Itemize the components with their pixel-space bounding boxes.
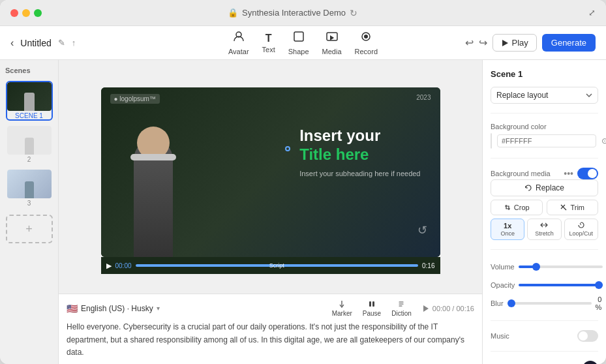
crop-button[interactable]: Crop (491, 200, 543, 215)
video-subtitle: Insert your subheading here if needed (299, 170, 420, 177)
stretch-button[interactable]: Stretch (527, 219, 561, 240)
music-label: Music (491, 332, 509, 340)
video-text: Insert your Title here Insert your subhe… (299, 127, 420, 177)
redo-button[interactable]: ↪ (479, 37, 487, 49)
scene-3-label: 3 (7, 200, 52, 207)
scene-1-thumb[interactable]: SCENE 1 (6, 81, 53, 121)
blur-label: Blur (491, 299, 504, 307)
scene-3-thumb[interactable]: 3 (6, 168, 53, 208)
layout-section: Replace layout (491, 87, 598, 104)
lock-icon: 🔒 (228, 8, 238, 18)
record-icon (359, 30, 372, 46)
loopcut-sublabel: Loop/Cut (569, 230, 594, 237)
blur-slider[interactable] (508, 302, 592, 305)
center-panel: ● logolpsum™ 2023 Insert your Title here (59, 60, 482, 364)
media-more-icon[interactable]: ••• (564, 168, 573, 179)
language-label: English (US) · Husky (81, 304, 153, 313)
music-toggle-knob (579, 331, 588, 341)
scene-2-thumb[interactable]: 2 (6, 125, 53, 164)
refresh-icon[interactable]: ↻ (350, 8, 357, 18)
selection-dot (285, 146, 290, 151)
add-scene-button[interactable]: + (6, 215, 53, 243)
language-select[interactable]: 🇺🇸 English (US) · Husky ▾ (67, 303, 160, 314)
scene-transition-row: Scene transition ? (491, 361, 598, 364)
scene-1-label: SCENE 1 (7, 112, 52, 119)
volume-slider[interactable] (519, 265, 603, 268)
scene-1-preview (7, 82, 52, 111)
help-button[interactable]: ? (583, 361, 598, 364)
loopcut-icon (577, 222, 585, 230)
loopcut-button[interactable]: Loop/Cut (564, 219, 598, 240)
script-time: 00:00 / 00:16 (422, 305, 474, 312)
trim-button[interactable]: Trim (547, 200, 599, 215)
close-button[interactable] (10, 9, 18, 17)
diction-button[interactable]: Diction (391, 299, 412, 317)
svg-marker-5 (502, 40, 508, 46)
music-toggle[interactable] (577, 330, 598, 342)
play-button[interactable]: Play (492, 34, 537, 52)
window-controls (10, 9, 42, 17)
video-area: ● logolpsum™ 2023 Insert your Title here (59, 60, 482, 294)
eyedropper-icon[interactable]: ⊙ (601, 136, 606, 145)
back-button[interactable]: ‹ (10, 37, 14, 49)
video-frame: ● logolpsum™ 2023 Insert your Title here (101, 87, 440, 257)
flag-icon: 🇺🇸 (67, 303, 78, 314)
chevron-down-icon: ▾ (157, 305, 160, 312)
text-label: Text (262, 46, 275, 53)
divider-3 (491, 249, 598, 250)
once-button[interactable]: 1x Once (491, 219, 524, 240)
video-year: 2023 (416, 94, 431, 101)
volume-label: Volume (491, 263, 515, 271)
time-left: 00:00 (115, 262, 132, 269)
avatar-icon (232, 30, 245, 46)
script-controls: 🇺🇸 English (US) · Husky ▾ Marker Pause (67, 299, 474, 317)
trim-label: Trim (570, 204, 584, 211)
script-text[interactable]: Hello everyone. Cybersecurity is a cruci… (67, 321, 474, 359)
toolbar-right: ↩ ↪ Play Generate (449, 34, 596, 52)
bg-color-section: Background color ⊙ (491, 123, 598, 149)
pause-button[interactable]: Pause (363, 299, 381, 317)
scene-title: Scene 1 (491, 69, 598, 79)
minimize-button[interactable] (22, 9, 30, 17)
color-swatch[interactable] (491, 133, 492, 149)
blur-value: 0 % (596, 296, 602, 311)
edit-title-icon[interactable]: ✎ (58, 38, 65, 48)
right-panel: Scene 1 Replace layout Background color … (482, 60, 606, 364)
replace-label: Replace (536, 183, 564, 192)
progress-bar[interactable]: Script (136, 264, 419, 267)
script-area: 🇺🇸 English (US) · Husky ▾ Marker Pause (59, 294, 482, 364)
play-small-icon[interactable]: ▶ (106, 262, 112, 270)
toolbar-avatar[interactable]: Avatar (228, 30, 249, 55)
generate-button[interactable]: Generate (542, 34, 596, 52)
svg-rect-7 (372, 301, 374, 307)
toolbar-media[interactable]: Media (322, 30, 342, 55)
undo-button[interactable]: ↩ (465, 37, 474, 49)
toolbar-record[interactable]: Record (355, 30, 378, 55)
titlebar: 🔒 Synthesia Interactive Demo ↻ ⤢ (0, 0, 606, 26)
opacity-slider[interactable] (519, 284, 603, 286)
maximize-button[interactable] (34, 9, 42, 17)
toolbar-shape[interactable]: Shape (288, 30, 309, 55)
scenes-sidebar: Scenes SCENE 1 2 3 + (0, 60, 59, 364)
record-label: Record (355, 48, 378, 55)
layout-select[interactable]: Replace layout (491, 87, 598, 104)
media-options-row: 1x Once Stretch Loop/Cut (491, 219, 598, 240)
diction-label: Diction (391, 310, 412, 317)
scene-2-preview (7, 126, 52, 155)
replace-button[interactable]: Replace (491, 179, 598, 196)
scenes-title: Scenes (5, 67, 31, 74)
bg-media-label: Background media (491, 170, 551, 177)
video-logo: ● logolpsum™ (110, 94, 160, 104)
color-input[interactable] (497, 134, 596, 147)
shape-icon (292, 30, 305, 46)
marker-button[interactable]: Marker (332, 299, 352, 317)
media-toggle[interactable] (577, 168, 598, 179)
titlebar-right: ⤢ (543, 8, 596, 18)
divider-4 (491, 320, 598, 321)
stretch-icon (540, 222, 548, 230)
play-label: Play (512, 38, 528, 48)
toolbar-text[interactable]: T Text (262, 33, 275, 53)
expand-icon[interactable]: ⤢ (588, 8, 596, 18)
titlebar-title: Synthesia Interactive Demo (242, 8, 346, 18)
save-icon[interactable]: ↑ (72, 38, 76, 48)
